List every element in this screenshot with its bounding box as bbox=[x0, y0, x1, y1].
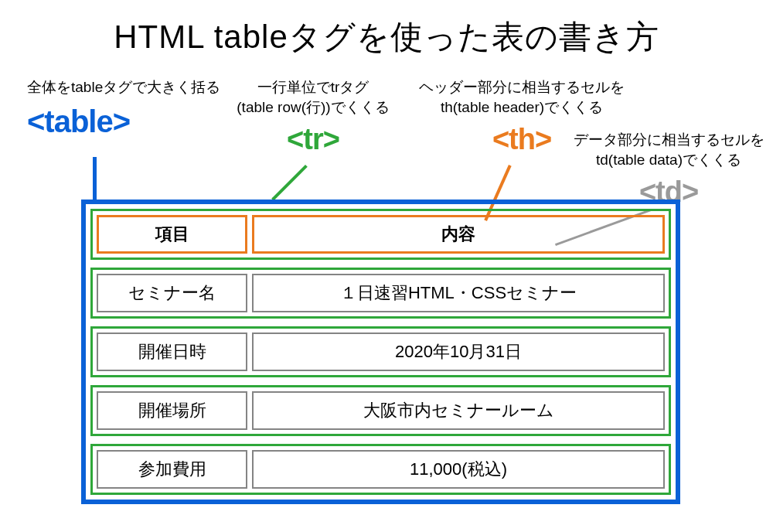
th-col1: 項目 bbox=[97, 215, 247, 254]
table-row: 参加費用 11,000(税込) bbox=[90, 444, 671, 495]
td-col1: 開催日時 bbox=[97, 332, 247, 371]
annotation-table-desc: 全体をtableタグで大きく括る bbox=[27, 77, 243, 97]
annotation-td-desc1: データ部分に相当するセルを bbox=[572, 130, 765, 150]
td-col2: 大阪市内セミナールーム bbox=[252, 391, 665, 430]
td-col1: 開催場所 bbox=[97, 391, 247, 430]
annotation-tr-desc2: (table row(行))でくくる bbox=[216, 97, 410, 118]
table-row-header: 項目 内容 bbox=[90, 209, 671, 260]
th-col2: 内容 bbox=[252, 215, 665, 254]
annotation-table: 全体をtableタグで大きく括る <table> bbox=[27, 77, 243, 142]
connector-table bbox=[93, 157, 97, 200]
annotation-layer: 全体をtableタグで大きく括る <table> 一行単位でtrタグ (tabl… bbox=[0, 62, 773, 201]
td-col2: 2020年10月31日 bbox=[252, 332, 665, 371]
table-diagram: 項目 内容 セミナー名 １日速習HTML・CSSセミナー 開催日時 2020年1… bbox=[81, 200, 680, 504]
annotation-th-desc2: th(table header)でくくる bbox=[398, 97, 645, 118]
td-col2: 11,000(税込) bbox=[252, 450, 665, 489]
annotation-tr-desc1: 一行単位でtrタグ bbox=[216, 77, 410, 97]
tag-label-tr: <tr> bbox=[216, 120, 410, 159]
table-row: 開催日時 2020年10月31日 bbox=[90, 326, 671, 377]
table-row: 開催場所 大阪市内セミナールーム bbox=[90, 385, 671, 436]
table-row: セミナー名 １日速習HTML・CSSセミナー bbox=[90, 268, 671, 319]
td-col2: １日速習HTML・CSSセミナー bbox=[252, 274, 665, 312]
annotation-th-desc1: ヘッダー部分に相当するセルを bbox=[398, 77, 645, 97]
annotation-tr: 一行単位でtrタグ (table row(行))でくくる <tr> bbox=[216, 77, 410, 160]
td-col1: 参加費用 bbox=[97, 450, 247, 489]
td-col1: セミナー名 bbox=[97, 274, 247, 312]
tag-label-table: <table> bbox=[27, 101, 243, 142]
page-title: HTML tableタグを使った表の書き方 bbox=[0, 0, 773, 59]
annotation-td-desc2: td(table data)でくくる bbox=[572, 150, 765, 170]
